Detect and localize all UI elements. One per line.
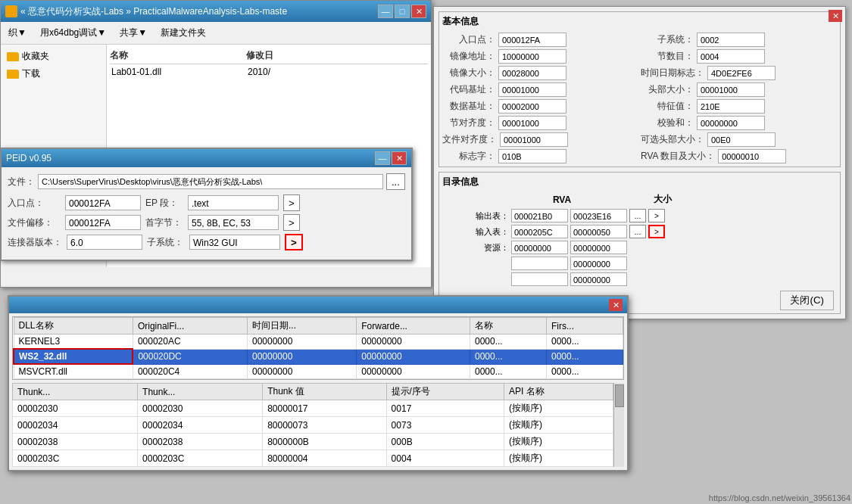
explorer-toolbar: 织▼ 用x64dbg调试▼ 共享▼ 新建文件夹 <box>1 22 431 45</box>
thunk-cell-2-t1: 00002038 <box>13 434 138 450</box>
info-val-magic: 010B <box>498 149 566 163</box>
info-row-timestamp: 时间日期标志： 4D0E2FE6 <box>641 66 837 80</box>
info-key-headersize: 头部大小： <box>641 83 694 96</box>
dll-col-first: Firs... <box>546 318 623 334</box>
thunk-cell-0-api: (按顺序) <box>504 400 613 417</box>
peid-firstbyte-value: 55, 8B, EC, 53 <box>188 215 279 230</box>
titlebar-controls: — □ ✕ <box>378 5 426 18</box>
dll-table: DLL名称 OriginalFi... 时间日期... Forwarde... … <box>13 317 623 379</box>
info-key-sectalign: 节对齐度： <box>442 117 495 129</box>
peid-body: 文件： ... 入口点： 000012FA EP 段： .text > 文件偏移… <box>2 167 411 260</box>
info-val-checksum: 00000000 <box>697 116 765 130</box>
thunk-row-2[interactable]: 00002038 00002038 8000000B 000B (按顺序) <box>13 434 613 450</box>
peid-close-btn[interactable]: ✕ <box>392 151 407 165</box>
peid-browse-btn[interactable]: ... <box>386 173 405 190</box>
info-val-subsys: 0002 <box>697 33 765 47</box>
thunk-col-hint: 提示/序号 <box>386 384 504 400</box>
dir-import-ellipsis[interactable]: ... <box>629 225 646 238</box>
peid-linker-label: 连接器版本： <box>8 236 62 249</box>
dll-cell-kernel3-first: 0000... <box>546 334 623 350</box>
peid-ep-btn[interactable]: > <box>283 194 300 211</box>
thunk-cell-0-t1: 00002030 <box>13 400 138 417</box>
dll-titlebar: ✕ <box>9 297 627 313</box>
sidebar-item-downloads[interactable]: 下载 <box>4 65 103 82</box>
peid-minimize-btn[interactable]: — <box>375 151 390 165</box>
close-btn[interactable]: ✕ <box>411 5 426 18</box>
info-val-characs: 210E <box>697 99 765 114</box>
info-row-imgsize: 镜像大小： 00028000 <box>442 66 638 80</box>
dll-cell-msvcrt-origfi: 000020C4 <box>133 364 247 379</box>
peid-ep-seg-value: .text <box>188 195 279 210</box>
dll-col-nameref: 名称 <box>470 318 546 334</box>
file-row-dll[interactable]: Lab01-01.dll 2010/ <box>110 64 428 79</box>
info-val-database: 00002000 <box>498 99 566 114</box>
scrollbar-thumb[interactable] <box>615 384 624 407</box>
column-header: 名称 修改日 <box>110 48 428 64</box>
info-row-sectalign: 节对齐度： 00001000 <box>442 116 638 130</box>
info-row-headersize: 头部大小： 00001000 <box>641 82 837 97</box>
dll-cell-ws2-nameref: 0000... <box>470 349 546 364</box>
info-row-codebase: 代码基址： 00001000 <box>442 82 638 97</box>
dll-row-kernel3[interactable]: KERNEL3 000020AC 00000000 00000000 0000.… <box>14 334 623 350</box>
info-panel-close-btn[interactable]: ✕ <box>829 10 842 22</box>
dll-row-ws2[interactable]: WS2_32.dll 000020DC 00000000 00000000 00… <box>14 349 623 364</box>
dll-row-msvcrt[interactable]: MSVCRT.dll 000020C4 00000000 00000000 00… <box>14 364 623 379</box>
toolbar-organize[interactable]: 织▼ <box>5 25 30 41</box>
thunk-scrollbar[interactable] <box>613 383 624 467</box>
info-key-imgbase: 镜像地址： <box>442 50 495 63</box>
dll-cell-ws2-name: WS2_32.dll <box>14 349 133 364</box>
toolbar-new-folder[interactable]: 新建文件夹 <box>158 25 209 41</box>
thunk-row-1[interactable]: 00002034 00002034 80000073 0073 (按顺序) <box>13 417 613 434</box>
dll-window: ✕ DLL名称 OriginalFi... 时间日期... Forwarde..… <box>8 295 629 471</box>
dll-col-name: DLL名称 <box>14 318 133 334</box>
col-date-header: 修改日 <box>246 49 428 62</box>
peid-file-label: 文件： <box>8 176 35 188</box>
x64dbg-label: 用x64dbg调试▼ <box>40 26 106 39</box>
thunk-cell-2-hint: 000B <box>386 434 504 450</box>
info-val-sectalign: 00001000 <box>498 116 566 130</box>
toolbar-share[interactable]: 共享▼ <box>117 25 150 41</box>
thunk-row-0[interactable]: 00002030 00002030 80000017 0017 (按顺序) <box>13 400 613 417</box>
dir-col-rva: RVA <box>513 194 611 205</box>
info-key-codebase: 代码基址： <box>442 83 495 96</box>
thunk-cell-3-val: 80000004 <box>263 450 386 467</box>
dir-import-size: 00000050 <box>570 225 627 238</box>
dir-import-arrow[interactable]: > <box>648 225 665 238</box>
dll-close-icon[interactable]: ✕ <box>609 299 623 311</box>
thunk-cell-1-t2: 00002034 <box>138 417 263 434</box>
minimize-btn[interactable]: — <box>378 5 393 18</box>
info-val-optheader: 00E0 <box>707 132 776 147</box>
dll-cell-msvcrt-forward: 00000000 <box>357 364 470 379</box>
dll-cell-kernel3-nameref: 0000... <box>470 334 546 350</box>
sidebar-item-favorites[interactable]: 收藏夹 <box>4 48 103 65</box>
thunk-cell-3-hint: 0004 <box>386 450 504 467</box>
dll-cell-ws2-origfi: 000020DC <box>133 349 247 364</box>
info-row-magic: 标志字： 010B <box>442 149 638 163</box>
peid-linker-value: 6.0 <box>67 235 142 250</box>
file-date-dll: 2010/ <box>248 67 426 77</box>
peid-offset-btn[interactable]: > <box>283 214 300 231</box>
dll-table-area: DLL名称 OriginalFi... 时间日期... Forwarde... … <box>12 316 624 380</box>
dir-export-ellipsis[interactable]: ... <box>629 209 646 222</box>
thunk-row-3[interactable]: 0000203C 0000203C 80000004 0004 (按顺序) <box>13 450 613 467</box>
toolbar-x64dbg[interactable]: 用x64dbg调试▼ <box>37 25 109 41</box>
peid-file-input[interactable] <box>38 174 383 189</box>
thunk-cell-2-t2: 00002038 <box>138 434 263 450</box>
dir-info-section: 目录信息 RVA 大小 输出表： 000021B0 00023E16 ... >… <box>438 172 841 314</box>
dir-resource-label: 资源： <box>442 242 509 254</box>
dir-export-rva: 000021B0 <box>511 209 568 222</box>
new-folder-label: 新建文件夹 <box>161 26 206 39</box>
info-row-imgbase: 镜像地址： 10000000 <box>442 49 638 64</box>
thunk-col-val: Thunk 值 <box>263 384 386 400</box>
dir-export-arrow[interactable]: > <box>648 209 665 222</box>
info-val-rvacount: 00000010 <box>718 149 786 163</box>
info-row-sections: 节数目： 0004 <box>641 49 837 64</box>
dll-cell-msvcrt-name: MSVCRT.dll <box>14 364 133 379</box>
thunk-col-t2: Thunk... <box>138 384 263 400</box>
dir-col-size: 大小 <box>613 193 712 206</box>
thunk-cell-3-t1: 0000203C <box>13 450 138 467</box>
peid-subsys-btn[interactable]: > <box>285 234 303 250</box>
maximize-btn[interactable]: □ <box>395 5 410 18</box>
dir-close-btn[interactable]: 关闭(C) <box>780 291 834 310</box>
thunk-cell-0-hint: 0017 <box>386 400 504 417</box>
